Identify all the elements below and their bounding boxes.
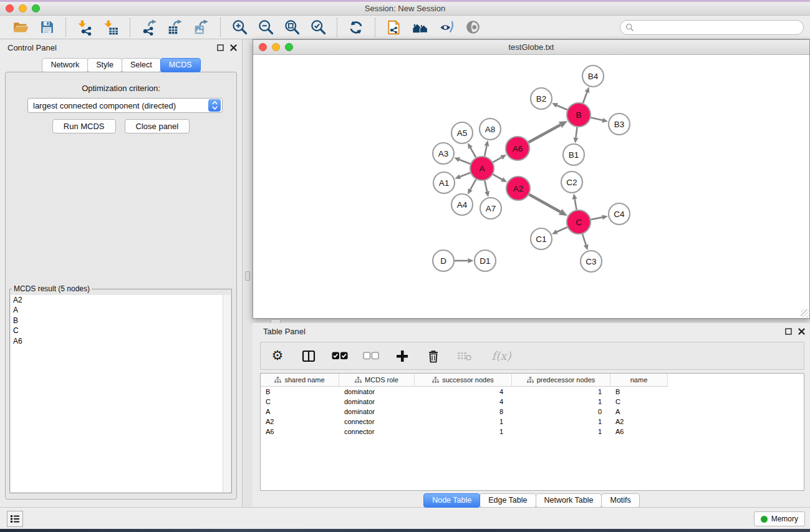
clone-network-icon[interactable] <box>385 18 403 37</box>
show-columns-icon[interactable] <box>301 348 317 364</box>
control-tab-select[interactable]: Select <box>122 58 161 72</box>
table-cell[interactable]: 4 <box>415 398 512 405</box>
table-cell[interactable]: A6 <box>261 428 339 435</box>
import-network-icon[interactable] <box>75 18 94 37</box>
float-table-panel-icon[interactable] <box>785 328 792 335</box>
mcds-result-item[interactable]: C <box>11 326 231 336</box>
graph-edge-B-B2[interactable] <box>557 105 567 110</box>
graph-edge-B-B1[interactable] <box>576 127 577 138</box>
zoom-selected-icon[interactable] <box>309 18 327 37</box>
column-header-predecessor-nodes[interactable]: predecessor nodes <box>512 374 610 386</box>
table-tab-network-table[interactable]: Network Table <box>536 493 602 508</box>
table-cell[interactable]: 1 <box>512 418 610 425</box>
result-scrollbar[interactable] <box>223 295 231 492</box>
delete-column-trash-icon[interactable] <box>425 348 441 364</box>
zoom-out-icon[interactable] <box>256 18 275 37</box>
table-row[interactable]: A6connector11A6 <box>261 427 804 437</box>
open-session-icon[interactable] <box>11 18 30 37</box>
vertical-splitter[interactable] <box>243 39 253 507</box>
table-cell[interactable]: connector <box>339 418 415 425</box>
table-cell[interactable]: A2 <box>261 418 339 425</box>
search-field[interactable] <box>620 20 804 35</box>
graph-edge-A-A3[interactable] <box>460 160 471 164</box>
graph-edge-A-A7[interactable] <box>485 181 487 192</box>
search-input[interactable] <box>634 23 798 32</box>
select-all-rows-icon[interactable] <box>332 348 348 364</box>
table-cell[interactable]: 8 <box>415 408 512 415</box>
float-panel-icon[interactable] <box>217 44 224 51</box>
column-header-name[interactable]: name <box>610 374 668 386</box>
home-icon[interactable] <box>411 18 430 37</box>
table-cell[interactable]: A2 <box>610 418 668 425</box>
graph-edge-A-A5[interactable] <box>470 148 476 158</box>
table-cell[interactable]: dominator <box>339 398 415 405</box>
table-row[interactable]: Cdominator41C <box>261 397 804 407</box>
export-table-icon[interactable] <box>166 18 185 37</box>
export-image-icon[interactable] <box>192 18 211 37</box>
table-cell[interactable]: 4 <box>415 388 512 395</box>
control-tab-network[interactable]: Network <box>42 58 88 72</box>
export-network-icon[interactable] <box>140 18 158 37</box>
memory-button[interactable]: Memory <box>754 511 805 526</box>
graph-edge-C-C3[interactable] <box>582 234 586 245</box>
add-column-icon[interactable] <box>394 348 410 364</box>
table-cell[interactable]: dominator <box>339 388 415 395</box>
graph-edge-A-A6[interactable] <box>493 157 501 162</box>
table-cell[interactable]: A <box>610 408 668 415</box>
network-window-titlebar[interactable]: testGlobe.txt <box>253 40 809 55</box>
control-tab-style[interactable]: Style <box>87 58 122 72</box>
show-all-icon[interactable] <box>463 18 482 37</box>
table-cell[interactable]: dominator <box>339 408 415 415</box>
graph-edge-A6-B[interactable] <box>529 125 561 142</box>
table-cell[interactable]: A6 <box>610 428 668 435</box>
graph-edge-A-A1[interactable] <box>460 173 471 177</box>
graph-edge-C-C2[interactable] <box>575 199 577 210</box>
table-row[interactable]: A2connector11A2 <box>261 417 804 427</box>
mcds-result-item[interactable]: A6 <box>11 336 231 346</box>
table-cell[interactable]: 1 <box>415 428 512 435</box>
network-canvas[interactable]: AA1A2A3A4A5A6A7A8BB1B2B3B4CC1C2C3C4DD1 <box>254 55 809 317</box>
column-header-successor-nodes[interactable]: successor nodes <box>415 374 512 386</box>
table-cell[interactable]: 1 <box>415 418 512 425</box>
graph-edge-C-C4[interactable] <box>591 217 602 220</box>
table-tab-edge-table[interactable]: Edge Table <box>480 493 536 508</box>
import-table-icon[interactable] <box>102 18 120 37</box>
table-cell[interactable]: A <box>261 408 339 415</box>
table-tab-motifs[interactable]: Motifs <box>601 493 639 508</box>
table-row[interactable]: Adominator80A <box>261 407 804 417</box>
task-history-button[interactable] <box>7 511 23 527</box>
hide-unselected-icon[interactable] <box>437 18 456 37</box>
table-cell[interactable]: 0 <box>512 408 610 415</box>
mcds-result-item[interactable]: B <box>11 316 231 326</box>
graph-edge-A-A8[interactable] <box>485 146 486 156</box>
graph-edge-B-B3[interactable] <box>591 117 602 120</box>
graph-edge-C-C1[interactable] <box>557 227 567 232</box>
table-cell[interactable]: 1 <box>512 428 610 435</box>
mcds-result-item[interactable]: A2 <box>11 295 231 305</box>
splitter-grip[interactable] <box>245 271 250 281</box>
deselect-all-rows-icon[interactable] <box>363 348 379 364</box>
table-row[interactable]: Bdominator41B <box>261 387 804 397</box>
graph-edge-A2-C[interactable] <box>529 195 560 212</box>
close-panel-icon[interactable] <box>230 44 237 51</box>
graph-edge-A-A2[interactable] <box>493 175 503 180</box>
close-panel-button[interactable]: Close panel <box>125 119 190 133</box>
graph-edge-B-B4[interactable] <box>583 92 587 103</box>
table-cell[interactable]: C <box>261 398 339 405</box>
graph-edge-A-A4[interactable] <box>470 180 476 190</box>
table-cell[interactable]: C <box>610 398 668 405</box>
column-header-MCDS-role[interactable]: MCDS role <box>339 374 415 386</box>
control-tab-mcds[interactable]: MCDS <box>160 58 201 72</box>
criterion-select[interactable]: largest connected component (directed) <box>27 98 223 113</box>
table-tab-node-table[interactable]: Node Table <box>423 493 480 508</box>
table-cell[interactable]: 1 <box>512 388 610 395</box>
table-cell[interactable]: connector <box>339 428 415 435</box>
zoom-fit-icon[interactable] <box>282 18 301 37</box>
table-cell[interactable]: B <box>261 388 339 395</box>
save-session-icon[interactable] <box>37 18 56 37</box>
run-mcds-button[interactable]: Run MCDS <box>52 119 116 133</box>
table-cell[interactable]: 1 <box>512 398 610 405</box>
table-settings-gear-icon[interactable]: ⚙ <box>269 348 286 364</box>
mcds-result-item[interactable]: A <box>11 305 231 315</box>
column-header-shared-name[interactable]: shared name <box>261 374 339 386</box>
